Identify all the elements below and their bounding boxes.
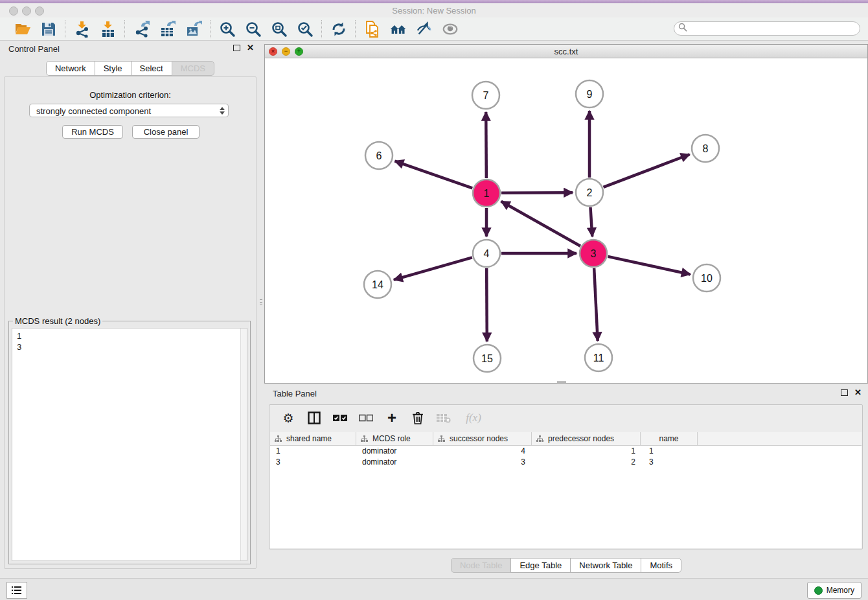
graph-edge-1-7[interactable] xyxy=(486,112,486,178)
import-network-icon[interactable] xyxy=(74,21,91,38)
export-image-icon[interactable] xyxy=(185,21,202,38)
tab-style[interactable]: Style xyxy=(95,61,131,76)
mcds-result-list[interactable]: 13 xyxy=(12,328,247,561)
list-icon xyxy=(11,585,23,595)
graph-node-9[interactable]: 9 xyxy=(576,80,603,108)
tab-edge-table[interactable]: Edge Table xyxy=(510,558,571,573)
mcds-result-item: 3 xyxy=(17,341,247,352)
graph-node-6[interactable]: 6 xyxy=(365,142,393,169)
table-cell: 3 xyxy=(433,457,532,468)
save-session-icon[interactable] xyxy=(40,21,57,38)
zoom-fit-icon[interactable] xyxy=(271,21,288,38)
table-settings-icon[interactable]: ⚙ xyxy=(281,411,295,425)
table-tabs: Node Table Edge Table Network Table Moti… xyxy=(264,558,868,573)
criterion-dropdown[interactable]: strongly connected component xyxy=(29,104,229,117)
network-window-titlebar[interactable]: × − + scc.txt xyxy=(265,45,867,58)
graph-node-8[interactable]: 8 xyxy=(692,135,719,162)
task-history-button[interactable] xyxy=(6,582,27,599)
select-all-icon[interactable] xyxy=(333,411,347,425)
new-network-from-selection-icon[interactable] xyxy=(364,21,381,38)
tab-network-table[interactable]: Network Table xyxy=(570,558,641,573)
column-header-shared-name[interactable]: shared name xyxy=(270,432,356,445)
tab-mcds[interactable]: MCDS xyxy=(172,61,214,76)
graph-edge-4-15[interactable] xyxy=(486,268,487,341)
search-input[interactable] xyxy=(687,23,860,34)
zoom-out-icon[interactable] xyxy=(245,21,262,38)
node-table-header: shared name MCDS role successor nodes pr… xyxy=(270,432,862,446)
column-header-predecessor-nodes[interactable]: predecessor nodes xyxy=(532,432,641,445)
result-scrollbar[interactable] xyxy=(240,329,247,560)
dropdown-stepper-icon xyxy=(216,104,228,117)
table-cell: 1 xyxy=(532,446,641,457)
delete-table-icon[interactable] xyxy=(437,411,451,425)
graph-edge-1-6[interactable] xyxy=(395,161,473,189)
table-cell: 3 xyxy=(270,457,356,468)
add-row-icon[interactable]: + xyxy=(385,411,399,425)
apply-preferred-layout-icon[interactable] xyxy=(330,21,347,38)
tab-select[interactable]: Select xyxy=(131,61,172,76)
show-graphics-details-icon[interactable] xyxy=(442,21,459,38)
graph-node-1[interactable]: 1 xyxy=(473,179,500,207)
close-table-panel-icon[interactable]: ✕ xyxy=(854,389,862,396)
export-table-icon[interactable] xyxy=(159,21,176,38)
table-row[interactable]: 3dominator323 xyxy=(270,457,862,468)
table-panel-title: Table Panel xyxy=(273,389,317,398)
memory-button[interactable]: Memory xyxy=(807,582,862,599)
graph-node-4[interactable]: 4 xyxy=(473,240,500,267)
svg-text:7: 7 xyxy=(483,90,489,101)
graph-edge-3-10[interactable] xyxy=(608,257,690,275)
table-cell: 3 xyxy=(641,457,698,468)
column-header-successor-nodes[interactable]: successor nodes xyxy=(433,432,532,445)
attribute-icon xyxy=(275,435,282,443)
main-toolbar xyxy=(0,17,868,41)
attribute-icon xyxy=(438,435,445,443)
search-box[interactable] xyxy=(674,21,860,36)
tab-node-table[interactable]: Node Table xyxy=(451,558,512,573)
table-row[interactable]: 1dominator411 xyxy=(270,446,862,457)
memory-status-icon xyxy=(814,586,823,595)
column-header-name[interactable]: name xyxy=(641,432,698,445)
mcds-result-item: 1 xyxy=(17,330,247,341)
delete-row-icon[interactable] xyxy=(411,411,425,425)
table-cell: 1 xyxy=(270,446,356,457)
graph-node-2[interactable]: 2 xyxy=(576,179,603,206)
first-neighbors-icon[interactable] xyxy=(390,21,407,38)
close-panel-icon[interactable]: ✕ xyxy=(247,45,254,51)
criterion-value: strongly connected component xyxy=(36,106,151,116)
vertical-splitter[interactable] xyxy=(259,294,263,310)
tab-motifs[interactable]: Motifs xyxy=(641,558,681,573)
horizontal-splitter[interactable] xyxy=(557,381,566,384)
graph-edge-4-14[interactable] xyxy=(394,257,472,280)
run-mcds-button[interactable]: Run MCDS xyxy=(62,125,123,139)
graph-edge-3-11[interactable] xyxy=(594,268,598,341)
float-table-panel-icon[interactable] xyxy=(841,389,848,396)
graph-edge-2-8[interactable] xyxy=(604,154,690,187)
network-canvas[interactable]: 7968124314101511 xyxy=(265,58,867,383)
clear-selection-icon[interactable] xyxy=(359,411,373,425)
graph-node-15[interactable]: 15 xyxy=(474,345,501,372)
zoom-in-icon[interactable] xyxy=(219,21,236,38)
zoom-selected-icon[interactable] xyxy=(297,21,314,38)
control-panel: Control Panel ✕ Network Style Select MCD… xyxy=(0,41,260,578)
graph-node-3[interactable]: 3 xyxy=(580,240,607,267)
graph-edge-1-2[interactable] xyxy=(501,192,573,193)
function-builder-icon[interactable]: f(x) xyxy=(463,411,485,425)
graph-node-7[interactable]: 7 xyxy=(472,82,499,109)
table-cell: 2 xyxy=(532,457,641,468)
tab-network[interactable]: Network xyxy=(46,61,95,76)
open-session-icon[interactable] xyxy=(14,21,31,38)
column-header-mcds-role[interactable]: MCDS role xyxy=(356,432,433,445)
hide-selected-icon[interactable] xyxy=(416,21,433,38)
export-network-icon[interactable] xyxy=(133,21,150,38)
float-panel-icon[interactable] xyxy=(233,45,240,51)
show-columns-icon[interactable] xyxy=(307,411,321,425)
graph-node-14[interactable]: 14 xyxy=(364,271,391,298)
graph-edge-3-1[interactable] xyxy=(501,202,580,246)
mcds-result-title: MCDS result (2 nodes) xyxy=(13,316,102,326)
graph-edge-2-3[interactable] xyxy=(590,207,592,237)
import-table-icon[interactable] xyxy=(100,21,117,38)
mcds-result-group: MCDS result (2 nodes) 13 xyxy=(8,321,251,564)
close-panel-button[interactable]: Close panel xyxy=(132,125,200,139)
graph-node-10[interactable]: 10 xyxy=(693,264,720,292)
graph-node-11[interactable]: 11 xyxy=(585,344,612,371)
